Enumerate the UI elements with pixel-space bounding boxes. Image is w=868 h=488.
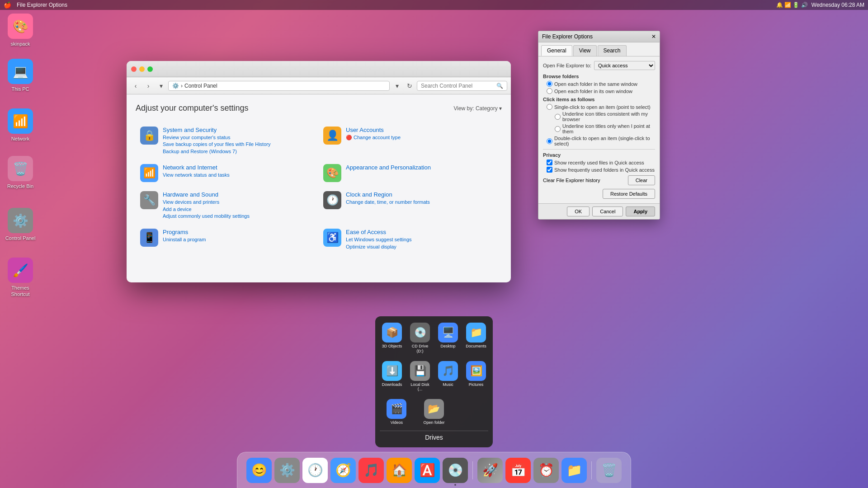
thispc-label: This PC <box>11 86 29 92</box>
cp-item-network[interactable]: 📶 Network and Internet View network stat… <box>136 160 319 187</box>
launchpad-icon: 🚀 <box>482 463 498 478</box>
system-security-link3[interactable]: Backup and Restore (Windows 7) <box>163 148 270 155</box>
user-accounts-link1[interactable]: 🔴 Change account type <box>346 134 401 141</box>
dock-launchpad[interactable]: 🚀 <box>477 458 503 483</box>
desktop-icon-skinpack[interactable]: 🎨 skinpack <box>2 14 38 47</box>
dock-music[interactable]: 🎵 <box>359 458 384 483</box>
desktop-icon-network[interactable]: 📶 Network <box>2 108 38 142</box>
popup-item-localdisk[interactable]: 💾 Local Disk (... <box>408 359 432 394</box>
cp-item-programs[interactable]: 📱 Programs Uninstall a program <box>136 224 319 255</box>
cp-item-user[interactable]: 👤 User Accounts 🔴 Change account type <box>319 122 502 160</box>
dock-trash[interactable]: 🗑️ <box>596 458 622 483</box>
browse-folders-group: Open each folder in the same window Open… <box>547 81 655 94</box>
network-internet-title: Network and Internet <box>163 164 230 171</box>
apply-button[interactable]: Apply <box>626 206 655 216</box>
desktop-icon-themes[interactable]: 🖌️ Themes Shortcut <box>2 258 38 298</box>
restore-defaults-button[interactable]: Restore Defaults <box>603 189 655 199</box>
hardware-link2[interactable]: Add a device <box>163 206 250 213</box>
system-security-link1[interactable]: Review your computer's status <box>163 134 270 141</box>
popup-item-openfolder[interactable]: 📂 Open folder <box>417 397 451 427</box>
system-security-link2[interactable]: Save backup copies of your files with Fi… <box>163 141 270 148</box>
maximize-button[interactable] <box>147 66 153 72</box>
dropdown-button[interactable]: ▾ <box>156 80 166 91</box>
cp-item-hardware[interactable]: 🔧 Hardware and Sound View devices and pr… <box>136 187 319 224</box>
3dobjects-icon: 📦 <box>382 323 402 343</box>
dock-clock[interactable]: 🕐 <box>302 458 328 483</box>
privacy-check2[interactable]: Show frequently used folders in Quick ac… <box>547 167 655 173</box>
open-fe-select[interactable]: Quick access This PC <box>594 61 655 70</box>
dock-files[interactable]: 📁 <box>561 458 587 483</box>
apple-logo-icon[interactable]: 🍎 <box>4 1 11 9</box>
breadcrumb: ⚙️ › Control Panel <box>168 81 390 91</box>
desktop-icon-recycle[interactable]: 🗑️ Recycle Bin <box>2 156 38 189</box>
finder-icon: 😊 <box>251 463 267 478</box>
privacy-check1[interactable]: Show recently used files in Quick access <box>547 160 655 165</box>
tab-view[interactable]: View <box>573 45 597 56</box>
search-input[interactable] <box>421 83 496 89</box>
dock-finder[interactable]: 😊 <box>246 458 272 483</box>
popup-item-pictures[interactable]: 🖼️ Pictures <box>464 359 488 394</box>
popup-item-desktop[interactable]: 🖥️ Desktop <box>436 321 460 356</box>
desktop-icon-control-panel[interactable]: ⚙️ Control Panel <box>2 208 38 241</box>
click-radio1a[interactable]: Underline icon titles consistent with my… <box>555 111 655 122</box>
popup-item-3dobjects[interactable]: 📦 3D Objects <box>380 321 404 356</box>
desktop-icon-thispc[interactable]: 💻 This PC <box>2 59 38 92</box>
click-radio1[interactable]: Single-click to open an item (point to s… <box>547 104 655 110</box>
control-panel-icon: ⚙️ <box>8 208 33 233</box>
forward-button[interactable]: › <box>143 80 154 91</box>
minimize-button[interactable] <box>139 66 145 72</box>
dock-safari[interactable]: 🧭 <box>330 458 356 483</box>
tab-search[interactable]: Search <box>598 45 627 56</box>
dock-calendar[interactable]: 📅 <box>505 458 531 483</box>
files-icon: 📁 <box>566 463 582 478</box>
dock-timemachine[interactable]: ⏰ <box>533 458 559 483</box>
view-by[interactable]: View by: Category ▾ <box>453 105 502 112</box>
hardware-link1[interactable]: View devices and printers <box>163 199 250 206</box>
clock-region-text: Clock and Region Change date, time, or n… <box>346 191 430 206</box>
clear-label: Clear File Explorer history <box>543 178 600 183</box>
3dobjects-label: 3D Objects <box>382 344 402 349</box>
open-folder-label: Open folder <box>423 420 444 425</box>
cancel-button[interactable]: Cancel <box>592 206 623 216</box>
dock-appstore[interactable]: 🅰️ <box>415 458 440 483</box>
dock-bootcamp[interactable]: 💿 <box>443 458 468 483</box>
user-accounts-icon: 👤 <box>323 127 341 145</box>
popup-item-cd[interactable]: 💿 CD Drive (D:) <box>408 321 432 356</box>
clear-button[interactable]: Clear <box>628 175 655 185</box>
cp-item-system[interactable]: 🔒 System and Security Review your comput… <box>136 122 319 160</box>
click-radio1b[interactable]: Underline icon titles only when I point … <box>555 123 655 134</box>
cp-item-ease[interactable]: ♿ Ease of Access Let Windows suggest set… <box>319 224 502 255</box>
popup-item-videos[interactable]: 🎬 Videos <box>380 397 414 427</box>
network-internet-link1[interactable]: View network status and tasks <box>163 172 230 178</box>
ease-link2[interactable]: Optimize visual display <box>346 244 412 250</box>
popup-item-music[interactable]: 🎵 Music <box>436 359 460 394</box>
popup-item-documents[interactable]: 📁 Documents <box>464 321 488 356</box>
back-button[interactable]: ‹ <box>130 80 141 91</box>
refresh-breadcrumb-button[interactable]: ▾ <box>392 80 402 91</box>
hardware-link3[interactable]: Adjust commonly used mobility settings <box>163 213 250 220</box>
network-label: Network <box>11 136 29 142</box>
ease-link1[interactable]: Let Windows suggest settings <box>346 236 412 243</box>
category-label: Category <box>476 105 498 112</box>
clock-link1[interactable]: Change date, time, or number formats <box>346 199 430 206</box>
dock-separator2 <box>591 461 592 479</box>
popup-item-downloads[interactable]: ⬇️ Downloads <box>380 359 404 394</box>
ok-button[interactable]: OK <box>567 206 590 216</box>
close-button[interactable] <box>131 66 137 72</box>
feo-close-icon[interactable]: ✕ <box>651 33 656 40</box>
search-box[interactable]: 🔍 <box>417 81 507 91</box>
programs-link1[interactable]: Uninstall a program <box>163 236 206 243</box>
cp-item-appearance[interactable]: 🎨 Appearance and Personalization <box>319 160 502 187</box>
reload-button[interactable]: ↻ <box>404 80 415 91</box>
dock-system-prefs[interactable]: ⚙️ <box>274 458 300 483</box>
system-security-text: System and Security Review your computer… <box>163 127 270 155</box>
appearance-title: Appearance and Personalization <box>346 164 431 171</box>
videos-label: Videos <box>391 420 403 425</box>
browse-radio2[interactable]: Open each folder in its own window <box>547 88 655 94</box>
tab-general[interactable]: General <box>541 45 572 56</box>
click-radio2[interactable]: Double-click to open an item (single-cli… <box>547 136 655 146</box>
browse-radio1[interactable]: Open each folder in the same window <box>547 81 655 87</box>
dock-home[interactable]: 🏠 <box>387 458 412 483</box>
cp-item-clock[interactable]: 🕐 Clock and Region Change date, time, or… <box>319 187 502 224</box>
feo-body: Open File Explorer to: Quick access This… <box>538 56 660 203</box>
